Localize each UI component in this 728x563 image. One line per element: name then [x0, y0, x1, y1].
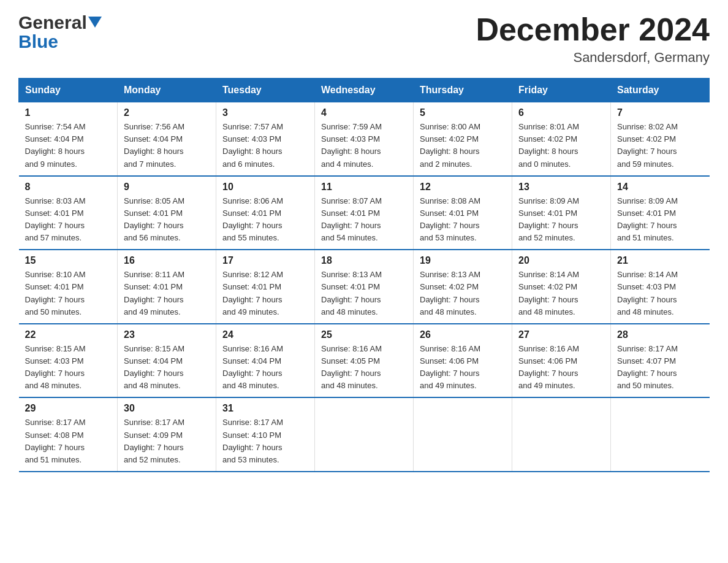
day-info: Sunrise: 8:07 AMSunset: 4:01 PMDaylight:…	[321, 195, 407, 245]
day-detail: Sunset: 4:02 PM	[617, 133, 703, 145]
calendar-week-row: 1Sunrise: 7:54 AMSunset: 4:04 PMDaylight…	[19, 102, 710, 176]
day-info: Sunrise: 8:13 AMSunset: 4:01 PMDaylight:…	[321, 269, 407, 318]
table-row: 15Sunrise: 8:10 AMSunset: 4:01 PMDayligh…	[19, 250, 118, 324]
table-row: 21Sunrise: 8:14 AMSunset: 4:03 PMDayligh…	[611, 250, 710, 324]
day-number: 28	[617, 329, 703, 340]
day-detail: Sunset: 4:01 PM	[222, 281, 308, 293]
day-info: Sunrise: 8:16 AMSunset: 4:04 PMDaylight:…	[222, 343, 308, 393]
day-detail: Daylight: 8 hours	[25, 145, 112, 158]
day-detail: Sunrise: 8:06 AM	[222, 195, 308, 207]
day-detail: Sunset: 4:02 PM	[420, 133, 506, 145]
header-thursday: Thursday	[414, 79, 512, 102]
day-detail: and 51 minutes.	[617, 232, 703, 244]
day-detail: Daylight: 7 hours	[25, 367, 112, 380]
day-detail: Sunrise: 8:09 AM	[518, 195, 604, 207]
day-detail: Daylight: 7 hours	[124, 442, 210, 454]
day-detail: and 48 minutes.	[124, 380, 210, 392]
header-friday: Friday	[512, 79, 611, 102]
calendar-table: Sunday Monday Tuesday Wednesday Thursday…	[18, 78, 710, 472]
day-detail: Daylight: 7 hours	[222, 294, 308, 306]
table-row: 30Sunrise: 8:17 AMSunset: 4:09 PMDayligh…	[118, 397, 216, 472]
table-row: 3Sunrise: 7:57 AMSunset: 4:03 PMDaylight…	[216, 102, 315, 176]
day-number: 20	[518, 255, 604, 266]
day-detail: Sunrise: 8:17 AM	[25, 416, 112, 429]
day-detail: and 50 minutes.	[617, 380, 703, 392]
header-sunday: Sunday	[19, 79, 118, 102]
table-row: 11Sunrise: 8:07 AMSunset: 4:01 PMDayligh…	[315, 176, 414, 250]
days-of-week-row: Sunday Monday Tuesday Wednesday Thursday…	[19, 79, 710, 102]
table-row: 24Sunrise: 8:16 AMSunset: 4:04 PMDayligh…	[216, 324, 315, 398]
page-header: General Blue December 2024 Sandersdorf, …	[18, 12, 710, 66]
day-number: 21	[617, 255, 703, 266]
day-info: Sunrise: 8:00 AMSunset: 4:02 PMDaylight:…	[420, 121, 506, 170]
table-row: 20Sunrise: 8:14 AMSunset: 4:02 PMDayligh…	[512, 250, 611, 324]
day-info: Sunrise: 8:09 AMSunset: 4:01 PMDaylight:…	[617, 195, 703, 245]
day-detail: Daylight: 8 hours	[518, 145, 604, 158]
day-number: 11	[321, 182, 407, 193]
day-detail: and 48 minutes.	[321, 380, 407, 392]
day-info: Sunrise: 8:05 AMSunset: 4:01 PMDaylight:…	[124, 195, 210, 245]
day-detail: Daylight: 7 hours	[25, 442, 112, 454]
day-info: Sunrise: 8:01 AMSunset: 4:02 PMDaylight:…	[518, 121, 604, 170]
table-row: 23Sunrise: 8:15 AMSunset: 4:04 PMDayligh…	[118, 324, 216, 398]
header-monday: Monday	[118, 79, 216, 102]
day-info: Sunrise: 8:02 AMSunset: 4:02 PMDaylight:…	[617, 121, 703, 170]
calendar-week-row: 29Sunrise: 8:17 AMSunset: 4:08 PMDayligh…	[19, 397, 710, 472]
day-number: 27	[518, 329, 604, 340]
day-info: Sunrise: 8:10 AMSunset: 4:01 PMDaylight:…	[25, 269, 112, 318]
day-detail: Daylight: 7 hours	[222, 442, 308, 454]
table-row: 6Sunrise: 8:01 AMSunset: 4:02 PMDaylight…	[512, 102, 611, 176]
day-detail: and 52 minutes.	[124, 454, 210, 466]
table-row	[414, 397, 512, 472]
day-info: Sunrise: 8:16 AMSunset: 4:05 PMDaylight:…	[321, 343, 407, 393]
day-detail: Sunset: 4:01 PM	[124, 207, 210, 220]
day-detail: Sunrise: 8:07 AM	[321, 195, 407, 207]
table-row: 25Sunrise: 8:16 AMSunset: 4:05 PMDayligh…	[315, 324, 414, 398]
day-detail: and 0 minutes.	[518, 158, 604, 170]
day-detail: and 52 minutes.	[518, 232, 604, 244]
table-row: 4Sunrise: 7:59 AMSunset: 4:03 PMDaylight…	[315, 102, 414, 176]
day-detail: Daylight: 8 hours	[420, 145, 506, 158]
table-row: 9Sunrise: 8:05 AMSunset: 4:01 PMDaylight…	[118, 176, 216, 250]
day-detail: Daylight: 8 hours	[321, 145, 407, 158]
day-detail: Sunrise: 8:11 AM	[124, 269, 210, 281]
day-detail: Sunrise: 7:56 AM	[124, 121, 210, 133]
day-info: Sunrise: 8:09 AMSunset: 4:01 PMDaylight:…	[518, 195, 604, 245]
day-detail: Sunset: 4:01 PM	[25, 207, 112, 220]
day-info: Sunrise: 8:17 AMSunset: 4:10 PMDaylight:…	[222, 416, 308, 466]
day-number: 13	[518, 182, 604, 193]
day-info: Sunrise: 7:57 AMSunset: 4:03 PMDaylight:…	[222, 121, 308, 170]
day-detail: and 59 minutes.	[617, 158, 703, 170]
calendar-body: 1Sunrise: 7:54 AMSunset: 4:04 PMDaylight…	[19, 102, 710, 472]
day-detail: Daylight: 7 hours	[222, 220, 308, 232]
calendar-location: Sandersdorf, Germany	[476, 50, 710, 66]
day-info: Sunrise: 7:54 AMSunset: 4:04 PMDaylight:…	[25, 121, 112, 170]
day-detail: Daylight: 7 hours	[420, 367, 506, 380]
day-detail: Daylight: 7 hours	[321, 367, 407, 380]
day-info: Sunrise: 8:16 AMSunset: 4:06 PMDaylight:…	[518, 343, 604, 393]
day-number: 17	[222, 255, 308, 266]
calendar-week-row: 8Sunrise: 8:03 AMSunset: 4:01 PMDaylight…	[19, 176, 710, 250]
day-detail: Daylight: 7 hours	[420, 220, 506, 232]
day-info: Sunrise: 8:08 AMSunset: 4:01 PMDaylight:…	[420, 195, 506, 245]
day-detail: Sunrise: 8:16 AM	[420, 343, 506, 355]
day-detail: Sunrise: 8:01 AM	[518, 121, 604, 133]
day-info: Sunrise: 8:14 AMSunset: 4:02 PMDaylight:…	[518, 269, 604, 318]
day-detail: Sunrise: 8:17 AM	[124, 416, 210, 429]
day-number: 12	[420, 182, 506, 193]
header-wednesday: Wednesday	[315, 79, 414, 102]
day-detail: Sunrise: 8:13 AM	[321, 269, 407, 281]
day-info: Sunrise: 8:12 AMSunset: 4:01 PMDaylight:…	[222, 269, 308, 318]
table-row: 7Sunrise: 8:02 AMSunset: 4:02 PMDaylight…	[611, 102, 710, 176]
svg-marker-0	[88, 17, 102, 28]
day-info: Sunrise: 8:15 AMSunset: 4:04 PMDaylight:…	[124, 343, 210, 393]
day-detail: Sunset: 4:03 PM	[617, 281, 703, 293]
calendar-title: December 2024	[476, 12, 710, 47]
day-detail: Sunset: 4:01 PM	[420, 207, 506, 220]
day-detail: Daylight: 7 hours	[124, 294, 210, 306]
table-row	[611, 397, 710, 472]
day-detail: Sunrise: 8:10 AM	[25, 269, 112, 281]
day-detail: Daylight: 7 hours	[617, 220, 703, 232]
day-detail: Sunrise: 8:15 AM	[25, 343, 112, 355]
table-row	[315, 397, 414, 472]
